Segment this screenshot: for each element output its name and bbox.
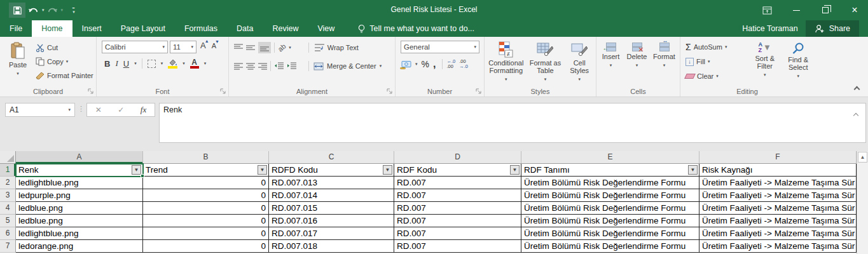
cell-e1[interactable]: RDF Tanımı▼	[521, 164, 699, 177]
cell-d5[interactable]: RD.007	[394, 215, 521, 227]
filter-icon[interactable]: ▼	[258, 165, 267, 175]
cell-e3[interactable]: Üretim Bölümü Risk Değerlendirme Formu	[521, 189, 699, 202]
minimize-icon[interactable]	[789, 3, 803, 17]
cell-d2[interactable]: RD.007	[394, 177, 521, 189]
cell-b3[interactable]: 0	[143, 189, 269, 202]
alignment-dialog-launcher-icon[interactable]	[387, 88, 393, 95]
scroll-up-icon[interactable]: ▲	[858, 152, 867, 163]
tab-page-layout[interactable]: Page Layout	[111, 20, 175, 37]
delete-cells-button[interactable]: ✕ Delete ▾	[624, 40, 650, 69]
autosum-button[interactable]: Σ AutoSum ▾	[685, 41, 746, 53]
tab-review[interactable]: Review	[263, 20, 308, 37]
collapse-ribbon-icon[interactable]	[854, 86, 860, 93]
cell-b2[interactable]: 0	[143, 177, 269, 189]
fill-color-dropdown-icon[interactable]: ▾	[183, 61, 185, 66]
accounting-dropdown-icon[interactable]: ▾	[415, 62, 418, 67]
cell-d1[interactable]: RDF Kodu▼	[394, 164, 521, 177]
close-icon[interactable]: ×	[848, 3, 862, 17]
cell-d4[interactable]: RD.007	[394, 202, 521, 215]
filter-icon[interactable]: ▼	[688, 165, 698, 175]
name-box[interactable]: A1 ▾	[5, 103, 75, 117]
cell-f1[interactable]: Risk Kaynağı	[699, 164, 857, 177]
cell-a5[interactable]: ledblue.png	[16, 215, 143, 227]
clipboard-dialog-launcher-icon[interactable]	[88, 88, 94, 95]
select-all-corner[interactable]	[0, 151, 16, 164]
accounting-format-button[interactable]	[401, 61, 411, 68]
cell-c6[interactable]: RD.007.017	[269, 227, 394, 240]
cell-f5[interactable]: Üretim Faaliyeti -> Malzeme Taşıma Sür	[699, 215, 857, 227]
cell-b1[interactable]: Trend▼	[143, 164, 269, 177]
insert-function-icon[interactable]: fx	[141, 105, 146, 115]
format-painter-button[interactable]: Format Painter	[36, 69, 93, 82]
filter-icon[interactable]: ▼	[132, 165, 141, 175]
align-center-icon[interactable]	[246, 62, 255, 70]
cell-f4[interactable]: Üretim Faaliyeti -> Malzeme Taşıma Sür	[699, 202, 857, 215]
font-name-select[interactable]: Calibri▾	[102, 41, 168, 53]
cell-a4[interactable]: ledblue.png	[16, 202, 143, 215]
cell-d3[interactable]: RD.007	[394, 189, 521, 202]
cell-b7[interactable]: 0	[143, 240, 269, 253]
font-dialog-launcher-icon[interactable]	[220, 88, 226, 95]
cell-e4[interactable]: Üretim Bölümü Risk Değerlendirme Formu	[521, 202, 699, 215]
wrap-text-button[interactable]: Wrap Text	[315, 44, 359, 51]
cancel-icon[interactable]: ✕	[95, 105, 102, 114]
align-top-icon[interactable]	[234, 44, 243, 51]
underline-button[interactable]: U	[123, 59, 129, 69]
bold-button[interactable]: B	[104, 59, 110, 69]
conditional-formatting-button[interactable]: ≠ Conditional Formatting ▾	[486, 39, 526, 83]
font-size-select[interactable]: 11▾	[170, 41, 196, 53]
decrease-indent-icon[interactable]	[274, 62, 284, 70]
restore-icon[interactable]	[818, 3, 832, 17]
underline-dropdown-icon[interactable]: ▾	[134, 61, 137, 66]
cell-f3[interactable]: Üretim Faaliyeti -> Malzeme Taşıma Sür	[699, 189, 857, 202]
row-header-5[interactable]: 5	[0, 215, 16, 227]
fill-color-button[interactable]	[168, 59, 177, 69]
fill-button[interactable]: ↓ Fill ▾	[685, 55, 746, 68]
row-header-6[interactable]: 6	[0, 227, 16, 240]
formula-bar-input[interactable]: Renk	[159, 103, 866, 143]
cell-c5[interactable]: RD.007.016	[269, 215, 394, 227]
ribbon-display-options-icon[interactable]	[760, 3, 774, 17]
share-button[interactable]: Share	[806, 20, 859, 37]
cell-a6[interactable]: ledlightblue.png	[16, 227, 143, 240]
column-header-d[interactable]: D	[394, 151, 521, 164]
tab-home[interactable]: Home	[32, 20, 72, 37]
vertical-scrollbar[interactable]: ▲	[857, 151, 868, 254]
cell-a3[interactable]: ledpurple.png	[16, 189, 143, 202]
cell-c7[interactable]: RD.007.018	[269, 240, 394, 253]
orientation-icon[interactable]: ab	[277, 42, 287, 53]
align-middle-icon[interactable]	[246, 44, 255, 51]
row-header-4[interactable]: 4	[0, 202, 16, 215]
cell-e2[interactable]: Üretim Bölümü Risk Değerlendirme Formu	[521, 177, 699, 189]
column-header-e[interactable]: E	[521, 151, 699, 164]
formula-bar-splitter[interactable]: ⋮	[78, 105, 85, 113]
filter-icon[interactable]: ▼	[510, 165, 520, 175]
cell-d6[interactable]: RD.007	[394, 227, 521, 240]
cell-b5[interactable]: 0	[143, 215, 269, 227]
increase-font-size-button[interactable]: A▲	[198, 41, 208, 53]
cell-styles-button[interactable]: Cell Styles ▾	[565, 39, 594, 83]
cell-a7[interactable]: ledorange.png	[16, 240, 143, 253]
tell-me-box[interactable]: Tell me what you want to do...	[358, 20, 474, 37]
align-right-icon[interactable]	[258, 62, 267, 70]
copy-button[interactable]: Copy ▾	[36, 55, 93, 68]
tab-formulas[interactable]: Formulas	[175, 20, 227, 37]
percent-style-button[interactable]: %	[422, 59, 429, 69]
font-color-dropdown-icon[interactable]: ▾	[204, 61, 207, 66]
align-left-icon[interactable]	[234, 62, 243, 70]
row-header-2[interactable]: 2	[0, 177, 16, 189]
cell-e6[interactable]: Üretim Bölümü Risk Değerlendirme Formu	[521, 227, 699, 240]
paste-button[interactable]: Paste ▾	[4, 39, 32, 82]
cut-button[interactable]: Cut	[36, 41, 93, 54]
cell-f6[interactable]: Üretim Faaliyeti -> Malzeme Taşıma Sür	[699, 227, 857, 240]
collapse-formula-bar-icon[interactable]	[853, 113, 858, 118]
font-color-button[interactable]: A	[190, 59, 199, 69]
cell-a2[interactable]: ledlightblue.png	[16, 177, 143, 189]
comma-style-button[interactable]: ,	[433, 58, 436, 70]
italic-button[interactable]: I	[115, 58, 118, 69]
orientation-dropdown-icon[interactable]: ▾	[289, 45, 291, 50]
tab-data[interactable]: Data	[227, 20, 263, 37]
filter-icon[interactable]: ▼	[383, 165, 392, 175]
cell-c4[interactable]: RD.007.015	[269, 202, 394, 215]
number-format-select[interactable]: General▾	[401, 41, 479, 53]
